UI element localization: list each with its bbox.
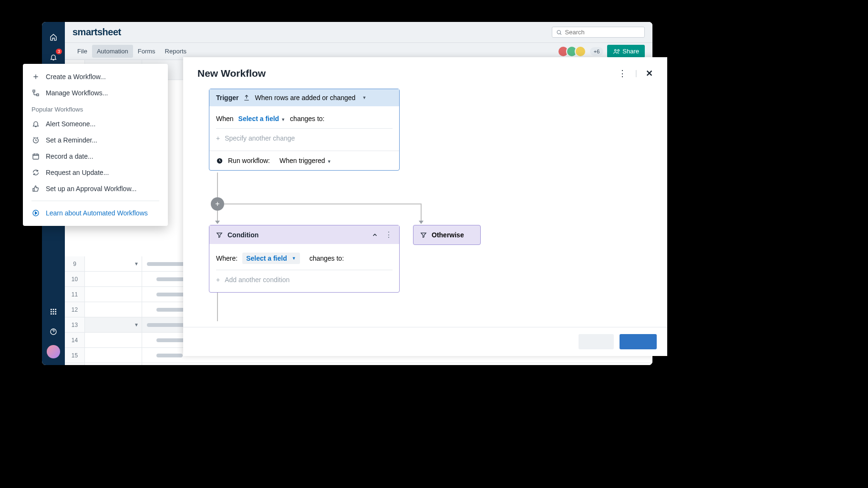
calendar-icon (31, 152, 40, 161)
svg-rect-15 (33, 154, 39, 159)
dropdown-item-label: Create a Workflow... (46, 73, 106, 81)
share-button[interactable]: Share (607, 45, 645, 58)
svg-rect-4 (53, 311, 54, 313)
more-options-icon[interactable]: ⋮ (618, 68, 627, 79)
add-branch-button[interactable]: + (211, 197, 224, 211)
request-update-item[interactable]: Request an Update... (23, 164, 168, 181)
specify-another-change[interactable]: + Specify another change (216, 132, 393, 145)
upload-icon (243, 94, 250, 101)
menu-automation[interactable]: Automation (92, 45, 133, 58)
play-circle-icon (31, 209, 40, 217)
alert-someone-item[interactable]: Alert Someone... (23, 116, 168, 132)
set-reminder-item[interactable]: Set a Reminder... (23, 132, 168, 148)
plus-icon: + (216, 276, 220, 284)
condition-label: Condition (227, 231, 258, 239)
approval-workflow-item[interactable]: Set up an Approval Workflow... (23, 181, 168, 197)
apps-icon[interactable] (45, 303, 62, 320)
search-icon (556, 29, 562, 36)
record-date-item[interactable]: Record a date... (23, 148, 168, 164)
svg-rect-2 (55, 309, 56, 310)
plus-icon: + (216, 134, 220, 142)
svg-rect-12 (33, 90, 35, 92)
select-field-dropdown[interactable]: Select a field▼ (238, 115, 286, 122)
plus-icon (31, 72, 40, 81)
workflow-footer (183, 327, 667, 356)
refresh-icon (31, 168, 40, 177)
otherwise-label: Otherwise (432, 231, 464, 239)
svg-rect-3 (51, 311, 52, 313)
connector-line (421, 204, 422, 222)
svg-rect-6 (51, 313, 52, 315)
run-workflow-dropdown[interactable]: When triggered▼ (279, 157, 331, 164)
condition-card: Condition ⋮ Where: Select a field▼ chang… (209, 225, 400, 293)
row-number: 11 (65, 287, 85, 302)
dropdown-item-label: Record a date... (46, 152, 93, 160)
notifications-badge: 3 (56, 49, 62, 54)
share-button-label: Share (622, 48, 639, 55)
workflow-header: New Workflow ⋮ | ✕ (183, 57, 667, 84)
trigger-header[interactable]: Trigger When rows are added or changed ▼ (209, 89, 399, 106)
trigger-card: Trigger When rows are added or changed ▼… (209, 89, 400, 171)
learn-link[interactable]: Learn about Automated Workflows (23, 205, 168, 221)
menu-forms[interactable]: Forms (133, 45, 160, 58)
row-number: 9 (65, 256, 85, 271)
connector-line (217, 288, 218, 321)
more-collaborators-count[interactable]: +6 (590, 47, 604, 56)
collaborator-avatars[interactable] (560, 46, 586, 57)
workflow-panel: New Workflow ⋮ | ✕ Trigger When rows are… (183, 57, 667, 356)
bell-icon (31, 120, 40, 128)
more-options-icon[interactable]: ⋮ (385, 230, 393, 239)
when-label: When (216, 115, 234, 122)
search-box[interactable] (552, 27, 645, 38)
caret-down-icon[interactable]: ▼ (134, 322, 139, 327)
cancel-button[interactable] (579, 334, 614, 349)
manage-workflows-item[interactable]: Manage Workflows... (23, 85, 168, 101)
dropdown-section-label: Popular Workflows (23, 101, 168, 116)
user-avatar[interactable] (45, 343, 62, 360)
notifications-icon[interactable]: 3 (45, 49, 62, 66)
automation-dropdown: Create a Workflow... Manage Workflows...… (23, 64, 168, 226)
add-another-condition[interactable]: + Add another condition (216, 273, 393, 286)
row-number: 12 (65, 302, 85, 317)
menu-file[interactable]: File (72, 45, 92, 58)
chevron-up-icon[interactable] (372, 232, 378, 238)
help-icon[interactable] (45, 323, 62, 340)
workflow-icon (31, 89, 40, 97)
otherwise-card[interactable]: Otherwise (413, 225, 481, 245)
arrow-down-icon (215, 221, 220, 224)
workflow-canvas: Trigger When rows are added or changed ▼… (183, 84, 667, 327)
menu-reports[interactable]: Reports (160, 45, 192, 58)
clock-icon (216, 157, 223, 164)
caret-down-icon[interactable]: ▼ (134, 261, 139, 266)
save-button[interactable] (620, 334, 657, 349)
dropdown-item-label: Manage Workflows... (46, 89, 108, 97)
row-number: 15 (65, 348, 85, 363)
filter-icon (216, 232, 223, 238)
svg-point-11 (615, 49, 617, 51)
thumbs-up-icon (31, 184, 40, 193)
select-field-dropdown[interactable]: Select a field▼ (242, 253, 300, 264)
create-workflow-item[interactable]: Create a Workflow... (23, 69, 168, 85)
row-number: 10 (65, 272, 85, 286)
condition-header[interactable]: Condition ⋮ (209, 225, 399, 244)
caret-down-icon[interactable]: ▼ (362, 95, 366, 100)
home-icon[interactable] (45, 29, 62, 46)
where-label: Where: (216, 254, 238, 262)
close-icon[interactable]: ✕ (646, 68, 653, 79)
changes-to-label: changes to: (310, 254, 344, 262)
svg-rect-7 (53, 313, 54, 315)
trigger-event-text: When rows are added or changed (255, 94, 355, 102)
row-number: 14 (65, 333, 85, 347)
table-row[interactable]: 16 (65, 363, 652, 365)
people-icon (613, 48, 620, 55)
changes-to-label: changes to: (290, 115, 324, 122)
brand-logo: smartsheet (72, 27, 121, 38)
search-input[interactable] (565, 29, 641, 36)
learn-link-label: Learn about Automated Workflows (46, 209, 148, 217)
dropdown-item-label: Alert Someone... (46, 120, 95, 128)
dropdown-item-label: Set up an Approval Workflow... (46, 185, 136, 193)
svg-rect-5 (55, 311, 56, 313)
top-bar: smartsheet (65, 22, 652, 43)
arrow-down-icon (419, 221, 424, 224)
dropdown-item-label: Set a Reminder... (46, 136, 97, 144)
